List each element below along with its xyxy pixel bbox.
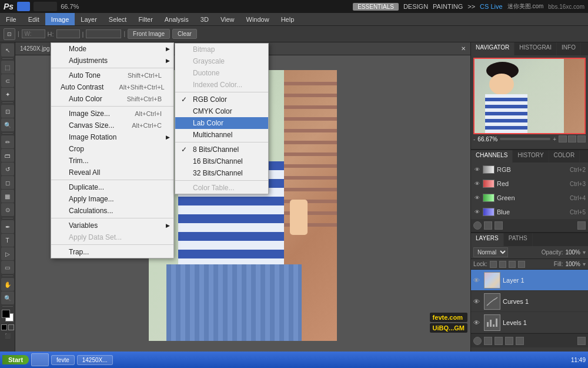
menu-3d[interactable]: 3D xyxy=(195,13,215,25)
front-image-btn[interactable]: Front Image xyxy=(128,29,170,39)
painting-btn[interactable]: PAINTING xyxy=(433,3,463,10)
tool-dodge[interactable]: ⊙ xyxy=(1,203,14,216)
tab-histogram[interactable]: HISTOGRAI xyxy=(514,42,557,55)
submenu-cmyk[interactable]: CMYK Color xyxy=(175,105,268,117)
panel-btn-2[interactable] xyxy=(568,135,576,142)
menu-item-auto-color[interactable]: Auto Color Shift+Ctrl+B xyxy=(51,93,173,105)
opacity-arrow[interactable]: ▾ xyxy=(583,249,586,256)
menu-filter[interactable]: Filter xyxy=(132,13,158,25)
menu-item-crop[interactable]: Crop xyxy=(51,143,173,155)
zoom-in-btn[interactable]: + xyxy=(553,136,556,142)
menu-help[interactable]: Help xyxy=(275,13,300,25)
tab-paths[interactable]: PATHS xyxy=(504,233,533,246)
tool-stamp[interactable]: 🗃 xyxy=(1,149,14,162)
submenu-lab-color[interactable]: Lab Color xyxy=(175,117,268,129)
menu-view[interactable]: View xyxy=(215,13,240,25)
menu-item-auto-tone[interactable]: Auto Tone Shift+Ctrl+L xyxy=(51,69,173,81)
menu-window[interactable]: Window xyxy=(240,13,275,25)
menu-item-image-rotation[interactable]: Image Rotation xyxy=(51,131,173,143)
taskbar-item-fevte[interactable]: fevte xyxy=(51,355,75,365)
submenu-bitmap[interactable]: Bitmap xyxy=(175,44,268,55)
tool-brush[interactable]: ✏ xyxy=(1,135,14,148)
tab-info[interactable]: INFO xyxy=(557,42,581,55)
menu-item-canvas-size[interactable]: Canvas Size... Alt+Ctrl+C xyxy=(51,120,173,131)
submenu-duotone[interactable]: Duotone xyxy=(175,67,268,79)
width-input[interactable] xyxy=(22,29,45,38)
channel-red[interactable]: 👁 Red Ctrl+3 xyxy=(471,177,588,191)
channel-btn-3[interactable] xyxy=(495,221,503,230)
menu-analysis[interactable]: Analysis xyxy=(159,13,195,25)
submenu-color-table[interactable]: Color Table... xyxy=(175,182,268,194)
tool-path-select[interactable]: ▷ xyxy=(1,247,14,260)
height-input[interactable] xyxy=(56,29,80,38)
start-button[interactable]: Start xyxy=(2,355,29,364)
resolution-input[interactable] xyxy=(86,29,121,38)
menu-layer[interactable]: Layer xyxy=(75,13,103,25)
taskbar-item-photoshop[interactable]: 14250X... xyxy=(77,355,113,365)
channel-btn-2[interactable] xyxy=(484,221,492,230)
channel-rgb[interactable]: 👁 RGB Ctrl+2 xyxy=(471,163,588,177)
tool-eyedropper[interactable]: 🔍 xyxy=(1,118,14,131)
submenu-grayscale[interactable]: Grayscale xyxy=(175,55,268,67)
more-btn[interactable]: >> xyxy=(467,3,475,10)
menu-item-trap[interactable]: Trap... xyxy=(51,246,173,258)
submenu-8bit[interactable]: ✓ 8 Bits/Channel xyxy=(175,144,268,155)
submenu-indexed-color[interactable]: Indexed Color... xyxy=(175,79,268,91)
menu-item-mode[interactable]: Mode Bitmap Grayscale xyxy=(51,43,173,55)
canvas-close-btn[interactable]: ✕ xyxy=(461,45,466,52)
tab-layers[interactable]: LAYERS xyxy=(471,233,504,246)
layer-row-curves1[interactable]: 👁 Curves 1 xyxy=(471,291,588,312)
mode-standard[interactable] xyxy=(1,324,7,330)
menu-edit[interactable]: Edit xyxy=(22,13,45,25)
essentials-btn[interactable]: ESSENTIALS xyxy=(353,3,399,11)
layer-btn-group[interactable] xyxy=(505,337,513,345)
menu-item-image-size[interactable]: Image Size... Alt+Ctrl+I xyxy=(51,108,173,120)
taskbar-icon-show-desktop[interactable] xyxy=(31,353,49,366)
tab-navigator[interactable]: NAVIGATOR xyxy=(471,42,514,55)
tool-pen[interactable]: ✒ xyxy=(1,220,14,233)
submenu-16bit[interactable]: 16 Bits/Channel xyxy=(175,155,268,167)
menu-item-auto-contrast[interactable]: Auto Contrast Alt+Shift+Ctrl+L xyxy=(51,81,173,93)
panel-btn-3[interactable] xyxy=(577,135,586,142)
layer-btn-link[interactable] xyxy=(473,337,482,345)
menu-item-apply-image[interactable]: Apply Image... xyxy=(51,193,173,205)
tab-color[interactable]: COLOR xyxy=(549,150,580,163)
tool-text[interactable]: T xyxy=(1,234,14,247)
eye-icon-rgb[interactable]: 👁 xyxy=(473,166,480,173)
layer-btn-style[interactable] xyxy=(484,337,492,345)
clear-btn[interactable]: Clear xyxy=(172,29,197,39)
tool-move[interactable]: ↖ xyxy=(1,44,14,57)
tool-zoom[interactable]: 🔍 xyxy=(1,291,14,304)
tool-hand[interactable]: ✋ xyxy=(1,278,14,291)
lock-pixels[interactable] xyxy=(499,261,506,268)
menu-file[interactable]: File xyxy=(0,13,22,25)
tab-history[interactable]: HISTORY xyxy=(513,150,549,163)
app-icon-2[interactable] xyxy=(34,2,57,11)
menu-image[interactable]: Image xyxy=(45,13,75,25)
tool-gradient[interactable]: ▦ xyxy=(1,190,14,203)
lock-all[interactable] xyxy=(518,261,525,268)
tab-channels[interactable]: CHANNELS xyxy=(471,150,513,163)
eye-icon-layer1[interactable]: 👁 xyxy=(473,277,482,284)
menu-item-variables[interactable]: Variables xyxy=(51,220,173,231)
channel-blue[interactable]: 👁 Blue Ctrl+5 xyxy=(471,205,588,219)
screen-mode[interactable]: ⬛ xyxy=(5,333,11,339)
tool-eraser[interactable]: ◻ xyxy=(1,176,14,189)
menu-item-reveal-all[interactable]: Reveal All xyxy=(51,167,173,178)
menu-item-apply-data-set[interactable]: Apply Data Set... xyxy=(51,231,173,243)
layer-btn-new[interactable] xyxy=(516,337,524,345)
eye-icon-red[interactable]: 👁 xyxy=(473,180,480,187)
menu-item-duplicate[interactable]: Duplicate... xyxy=(51,181,173,193)
layer-row-layer1[interactable]: 👁 Layer 1 xyxy=(471,270,588,291)
eye-icon-blue[interactable]: 👁 xyxy=(473,208,480,216)
layer-btn-mask[interactable] xyxy=(495,337,503,345)
menu-select[interactable]: Select xyxy=(103,13,133,25)
tool-magic-wand[interactable]: ✦ xyxy=(1,88,14,101)
submenu-multichannel[interactable]: Multichannel xyxy=(175,129,268,141)
menu-item-trim[interactable]: Trim... xyxy=(51,155,173,167)
channel-green[interactable]: 👁 Green Ctrl+4 xyxy=(471,191,588,205)
eye-icon-curves1[interactable]: 👁 xyxy=(473,298,482,305)
mode-quick-mask[interactable] xyxy=(8,324,14,330)
tool-crop[interactable]: ⊡ xyxy=(1,105,14,118)
menu-item-adjustments[interactable]: Adjustments xyxy=(51,55,173,67)
